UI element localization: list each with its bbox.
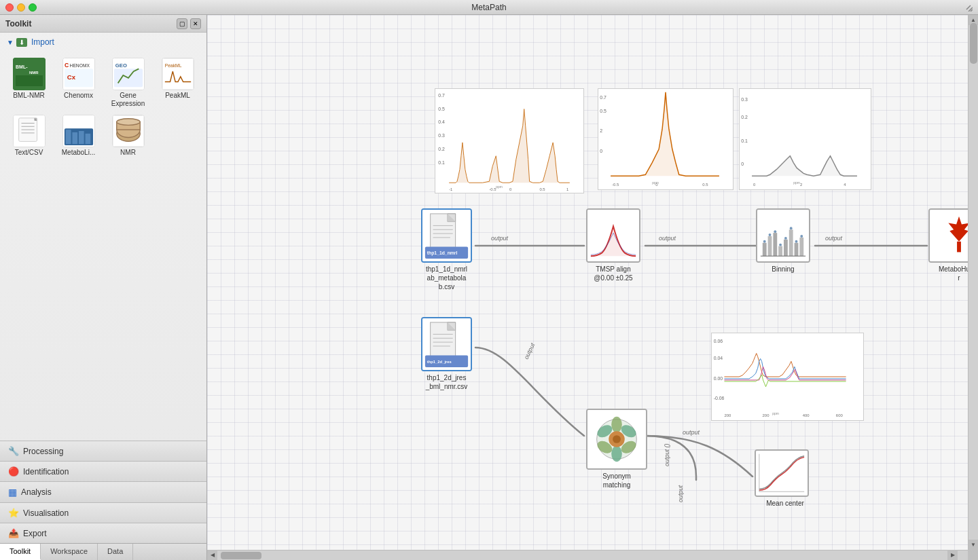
svg-text:GEO: GEO — [115, 62, 126, 69]
maximize-button[interactable] — [29, 3, 37, 12]
svg-rect-87 — [784, 240, 788, 256]
nmr-label: NMR — [120, 149, 136, 157]
sidebar-controls[interactable]: ▢ ✕ — [177, 18, 201, 29]
svg-text:thp1_1d_nmrl: thp1_1d_nmrl — [427, 250, 458, 256]
toolkit-grid: BML- NMR BML-NMR C HENOMX Cx — [0, 52, 206, 163]
node-file2[interactable]: thp1_2d_jres thp1_2d_jres_bml_nmr.csv — [421, 317, 472, 391]
svg-text:0.2: 0.2 — [741, 115, 748, 119]
toolkit-item-nmr[interactable]: NMR — [105, 113, 151, 159]
scroll-left-arrow[interactable]: ◀ — [207, 550, 217, 560]
peakml-icon-img: PeakML — [162, 58, 194, 90]
scrollbar-corner — [968, 550, 978, 560]
sidebar-item-visualisation[interactable]: ⭐ Visualisation — [0, 502, 206, 523]
sidebar-item-processing[interactable]: 🔧 Processing — [0, 441, 206, 461]
node-file1[interactable]: thp1_1d_nmrl thp1_1d_nmrlab_metabolab.cs… — [421, 208, 472, 291]
tab-toolkit[interactable]: Toolkit — [0, 544, 41, 560]
toolkit-item-gene-expression[interactable]: GEO Gene Expression — [105, 56, 151, 110]
svg-text:0.7: 0.7 — [600, 95, 606, 100]
svg-text:output: output — [523, 341, 537, 360]
sidebar-minimize-btn[interactable]: ▢ — [177, 18, 187, 29]
node-label-mean-center-bottom: Mean center — [755, 499, 816, 508]
svg-text:ppm: ppm — [793, 181, 800, 185]
svg-rect-24 — [65, 130, 71, 144]
window-controls[interactable] — [5, 3, 37, 12]
svg-text:0.1: 0.1 — [741, 138, 748, 143]
analysis-icon: ▦ — [8, 487, 17, 498]
geo-icon-img: GEO — [112, 58, 145, 90]
svg-rect-90 — [799, 238, 803, 256]
spectrum-chart-3: 0.3 0.2 0.1 0 0 2 4 ppm — [739, 88, 871, 190]
scroll-thumb-right[interactable] — [970, 23, 977, 64]
nmr-icon-img — [112, 115, 145, 147]
node-label-file1: thp1_1d_nmrlab_metabolab.csv — [421, 265, 472, 291]
spectrum-chart-1: 0.7 0.5 0.4 0.3 0.2 0.1 -1 -0.5 0 0.5 1 … — [435, 88, 584, 193]
svg-text:ppm: ppm — [496, 185, 503, 189]
app-title: MetaPath — [471, 3, 506, 12]
resize-handle[interactable] — [964, 3, 973, 12]
toolkit-item-chenomx[interactable]: C HENOMX Cx Chenomx — [55, 56, 102, 110]
svg-point-97 — [795, 240, 798, 243]
analysis-label: Analysis — [21, 487, 52, 497]
scrollbar-bottom[interactable]: ◀ ▶ — [207, 550, 968, 560]
node-mean-center-bottom[interactable]: Mean center — [755, 449, 816, 508]
toolkit-item-bml-nmr[interactable]: BML- NMR BML-NMR — [5, 56, 52, 110]
svg-text:output (): output () — [664, 443, 670, 466]
svg-text:output: output — [491, 235, 509, 242]
node-tmsp[interactable]: TMSP align@0.00 ±0.25 — [586, 208, 640, 282]
processing-icon: 🔧 — [8, 446, 19, 456]
close-button[interactable] — [5, 3, 14, 12]
scroll-thumb-bottom[interactable] — [221, 552, 261, 559]
tab-data[interactable]: Data — [98, 544, 133, 560]
svg-text:200: 200 — [763, 413, 770, 417]
svg-text:-1: -1 — [449, 187, 452, 191]
toolkit-item-metaboli[interactable]: MetaboLi... — [55, 113, 102, 159]
svg-text:0.1: 0.1 — [438, 160, 445, 165]
sidebar-item-identification[interactable]: 🔴 Identification — [0, 461, 206, 481]
svg-point-95 — [784, 237, 787, 240]
visualisation-label: Visualisation — [23, 508, 69, 518]
scroll-down-arrow[interactable]: ▼ — [968, 540, 978, 550]
svg-rect-83 — [763, 243, 767, 256]
svg-text:0: 0 — [509, 187, 512, 191]
sidebar-item-analysis[interactable]: ▦ Analysis — [0, 481, 206, 502]
svg-rect-27 — [85, 134, 90, 144]
svg-text:0: 0 — [600, 149, 602, 153]
tab-workspace[interactable]: Workspace — [41, 544, 98, 560]
svg-text:2: 2 — [600, 128, 602, 133]
svg-text:output: output — [683, 429, 700, 436]
svg-text:200: 200 — [724, 413, 731, 417]
export-icon: 📤 — [8, 528, 19, 538]
node-synonym-matching[interactable]: Synonymmatching — [586, 409, 647, 489]
node-label-tmsp: TMSP align@0.00 ±0.25 — [586, 265, 640, 282]
sidebar-item-export[interactable]: 📤 Export — [0, 523, 206, 543]
node-binning[interactable]: Binning — [756, 208, 810, 274]
node-label-binning: Binning — [756, 265, 810, 274]
svg-point-94 — [779, 244, 782, 246]
svg-point-32 — [116, 119, 140, 126]
svg-text:output: output — [677, 485, 684, 502]
toolkit-item-peakml[interactable]: PeakML PeakML — [154, 56, 201, 110]
sidebar-close-btn[interactable]: ✕ — [190, 18, 201, 29]
import-section: ▼ ⬇ Import — [0, 33, 206, 52]
svg-text:0.5: 0.5 — [438, 107, 445, 111]
scroll-right-arrow[interactable]: ▶ — [947, 550, 958, 560]
svg-text:0: 0 — [753, 183, 756, 187]
svg-rect-3 — [16, 75, 43, 86]
import-label[interactable]: ▼ ⬇ Import — [5, 35, 201, 49]
svg-rect-25 — [72, 132, 77, 144]
svg-point-92 — [769, 234, 772, 236]
scrollbar-right[interactable]: ▲ ▼ — [968, 15, 978, 550]
svg-text:0.06: 0.06 — [714, 339, 723, 343]
textcsv-icon-img — [13, 115, 46, 147]
toolkit-item-text-csv[interactable]: Text/CSV — [5, 113, 52, 159]
workflow-canvas[interactable]: output output output output output outpu… — [207, 15, 978, 560]
chenomx-icon: C HENOMX Cx — [62, 58, 95, 90]
identification-icon: 🔴 — [8, 466, 19, 477]
svg-point-120 — [611, 417, 622, 432]
svg-text:0.00: 0.00 — [714, 376, 723, 381]
svg-rect-101 — [957, 242, 961, 253]
svg-text:ppm: ppm — [772, 412, 779, 415]
minimize-button[interactable] — [17, 3, 25, 12]
svg-text:HENOMX: HENOMX — [69, 63, 90, 68]
svg-text:4: 4 — [844, 183, 846, 187]
